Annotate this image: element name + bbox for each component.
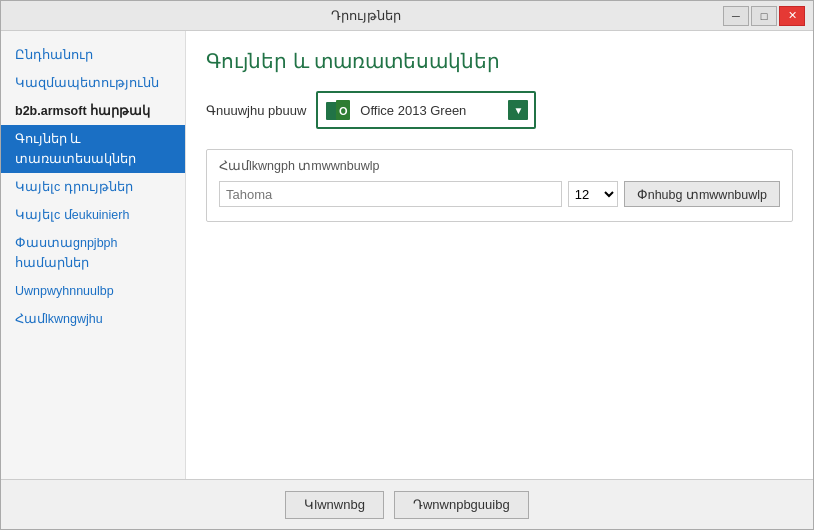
- title-bar-controls: ─ □ ✕: [723, 6, 805, 26]
- font-section: Համlkwngph տmwwnbuwlp 12 8 9 10 11 14 16…: [206, 149, 793, 222]
- theme-name: Office 2013 Green: [360, 103, 508, 118]
- choose-font-button[interactable]: Փnhubg տmwwnbuwlp: [624, 181, 780, 207]
- window-title: Դրույթներ: [9, 8, 723, 23]
- footer: Կlwnwnbg Դwnwnpbguuibg: [1, 479, 813, 529]
- sidebar-item-accounting[interactable]: Կազմապետությունն: [1, 69, 185, 97]
- main-content: Գույներ և տառատեսակներ Գnuuwjhu pbuuw O …: [186, 31, 813, 479]
- sidebar-item-calculator[interactable]: Համlkwngwjhu: [1, 305, 185, 333]
- maximize-button[interactable]: □: [751, 6, 777, 26]
- svg-text:O: O: [339, 105, 348, 117]
- page-title: Գույներ և տառատեսակներ: [206, 49, 793, 73]
- sidebar-item-currencies[interactable]: Uwnpwyhnnuulbp: [1, 277, 185, 305]
- office-icon: O: [324, 96, 352, 124]
- sidebar-item-site-modules[interactable]: Կայելc մeukuinierh: [1, 201, 185, 229]
- sidebar-item-general[interactable]: Ընդհանուր: [1, 41, 185, 69]
- window-body: Ընդհանուր Կազմապետությունն b2b.armsoft հ…: [1, 31, 813, 479]
- main-window: Դրույթներ ─ □ ✕ Ընդհանուր Կազմապետությու…: [0, 0, 814, 530]
- cancel-button[interactable]: Կlwnwnbg: [285, 491, 384, 519]
- font-section-title: Համlkwngph տmwwnbuwlp: [219, 158, 780, 173]
- minimize-button[interactable]: ─: [723, 6, 749, 26]
- sidebar-item-b2b[interactable]: b2b.armsoft հարթակ: [1, 97, 185, 125]
- sidebar-item-report-settings[interactable]: Փաստաgnpjbph համարներ: [1, 229, 185, 277]
- theme-dropdown-arrow[interactable]: ▼: [508, 100, 528, 120]
- font-name-input[interactable]: [219, 181, 562, 207]
- sidebar-item-colors-fonts[interactable]: Գույներ և տառատեսակներ: [1, 125, 185, 173]
- sidebar-item-site-settings[interactable]: Կայելc դրույթներ: [1, 173, 185, 201]
- theme-selector[interactable]: O Office 2013 Green ▼: [316, 91, 536, 129]
- font-row: 12 8 9 10 11 14 16 18 Փnhubg տmwwnbuwlp: [219, 181, 780, 207]
- theme-label: Գnuuwjhu pbuuw: [206, 103, 306, 118]
- close-button[interactable]: ✕: [779, 6, 805, 26]
- font-size-select[interactable]: 12 8 9 10 11 14 16 18: [568, 181, 618, 207]
- title-bar: Դրույթներ ─ □ ✕: [1, 1, 813, 31]
- theme-row: Գnuuwjhu pbuuw O Office 2013 Green ▼: [206, 91, 793, 129]
- sidebar: Ընդհանուր Կազմապետությունն b2b.armsoft հ…: [1, 31, 186, 479]
- save-button[interactable]: Դwnwnpbguuibg: [394, 491, 529, 519]
